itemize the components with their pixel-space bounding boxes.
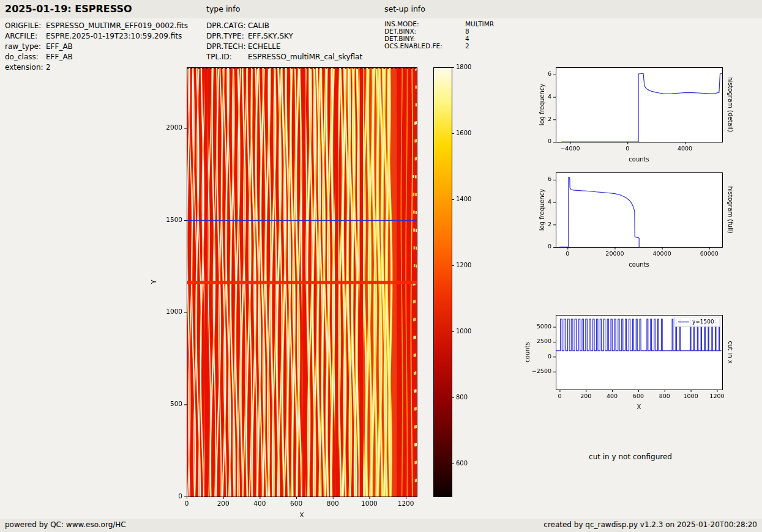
dpr-catg-label: DPR.CATG: xyxy=(206,21,248,31)
file-info-row: raw_type:EFF_AB xyxy=(5,42,188,52)
raw-frame-plot xyxy=(147,61,422,517)
do-class-value: EFF_AB xyxy=(46,53,73,61)
det-binx-value: 8 xyxy=(465,28,469,35)
setup-info-block: INS.MODE:MULTIMR DET.BINX:8 DET.BINY:4 O… xyxy=(384,20,494,50)
ocs-enabled-fe-label: OCS.ENABLED.FE: xyxy=(384,42,465,50)
arcfile-value: ESPRE.2025-01-19T23:10:59.209.fits xyxy=(46,32,182,40)
dpr-type-value: EFF,SKY,SKY xyxy=(248,32,293,40)
colorbar xyxy=(428,61,487,517)
dpr-tech-label: DPR.TECH: xyxy=(206,42,248,52)
page-title: 2025-01-19: ESPRESSO xyxy=(5,3,132,15)
dpr-type-label: DPR.TYPE: xyxy=(206,31,248,42)
cut-in-x-plot xyxy=(523,309,738,428)
dpr-tech-value: ECHELLE xyxy=(248,42,281,51)
type-info-block: DPR.CATG:CALIB DPR.TYPE:EFF,SKY,SKY DPR.… xyxy=(206,21,362,62)
origfile-label: ORIGFILE: xyxy=(5,21,46,31)
raw-type-label: raw_type: xyxy=(5,42,46,52)
footer-powered-by: powered by QC: www.eso.org/HC xyxy=(5,520,126,529)
det-binx-label: DET.BINX: xyxy=(384,28,465,35)
type-info-row: DPR.TECH:ECHELLE xyxy=(206,42,362,52)
ocs-enabled-fe-value: 2 xyxy=(465,42,469,50)
type-info-row: DPR.CATG:CALIB xyxy=(206,21,362,31)
setup-info-heading: set-up info xyxy=(384,4,425,13)
file-info-row: ARCFILE:ESPRE.2025-01-19T23:10:59.209.fi… xyxy=(5,31,188,42)
dpr-catg-value: CALIB xyxy=(248,21,269,30)
file-info-row: ORIGFILE:ESPRESSO_MULTIMR_EFF019_0002.fi… xyxy=(5,21,188,31)
setup-info-row: DET.BINY:4 xyxy=(384,35,494,42)
footer-created-by: created by qc_rawdisp.py v1.2.3 on 2025-… xyxy=(543,520,757,529)
ins-mode-value: MULTIMR xyxy=(465,20,494,28)
do-class-label: do_class: xyxy=(5,52,46,62)
ins-mode-label: INS.MODE: xyxy=(384,20,465,28)
arcfile-label: ARCFILE: xyxy=(5,31,46,42)
tpl-id-value: ESPRESSO_multiMR_cal_skyflat xyxy=(248,53,362,61)
det-biny-label: DET.BINY: xyxy=(384,35,465,42)
cut-y-note: cut in y not configured xyxy=(523,453,738,461)
det-biny-value: 4 xyxy=(465,35,469,42)
histogram-full-plot xyxy=(523,166,738,286)
type-info-row: DPR.TYPE:EFF,SKY,SKY xyxy=(206,31,362,42)
setup-info-row: DET.BINX:8 xyxy=(384,28,494,35)
type-info-heading: type info xyxy=(206,4,240,13)
setup-info-row: OCS.ENABLED.FE:2 xyxy=(384,42,494,50)
extension-label: extension: xyxy=(5,62,46,73)
raw-type-value: EFF_AB xyxy=(46,42,73,51)
histogram-detail-plot xyxy=(523,61,738,180)
extension-value: 2 xyxy=(46,63,51,72)
setup-info-row: INS.MODE:MULTIMR xyxy=(384,20,494,28)
origfile-value: ESPRESSO_MULTIMR_EFF019_0002.fits xyxy=(46,21,188,30)
